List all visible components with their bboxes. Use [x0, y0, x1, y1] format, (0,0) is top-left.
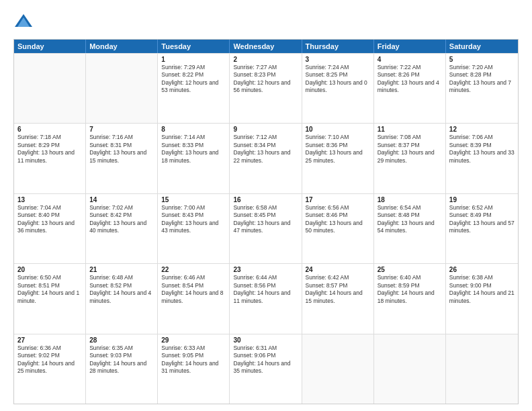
sunset-text: Sunset: 8:42 PM: [89, 212, 154, 219]
header: [13, 12, 519, 32]
sunrise-text: Sunrise: 7:20 AM: [449, 64, 515, 71]
day-number: 26: [449, 266, 515, 273]
empty-cell: [374, 334, 446, 404]
sunset-text: Sunset: 8:29 PM: [17, 142, 82, 149]
daylight-text: Daylight: 13 hours and 43 minutes.: [161, 220, 226, 235]
header-day-sunday: Sunday: [14, 40, 86, 53]
header-day-wednesday: Wednesday: [230, 40, 302, 53]
day-cell-11: 11Sunrise: 7:08 AMSunset: 8:37 PMDayligh…: [374, 124, 446, 193]
day-number: 28: [89, 336, 154, 344]
day-cell-19: 19Sunrise: 6:52 AMSunset: 8:49 PMDayligh…: [446, 194, 518, 263]
sunrise-text: Sunrise: 6:56 AM: [306, 204, 370, 212]
sunset-text: Sunset: 9:06 PM: [233, 352, 298, 359]
day-number: 25: [378, 266, 442, 273]
daylight-text: Daylight: 14 hours and 31 minutes.: [161, 360, 226, 375]
daylight-text: Daylight: 13 hours and 29 minutes.: [378, 149, 442, 165]
daylight-text: Daylight: 13 hours and 11 minutes.: [17, 149, 82, 165]
sunrise-text: Sunrise: 6:40 AM: [378, 274, 442, 281]
sunset-text: Sunset: 8:39 PM: [449, 142, 515, 149]
day-cell-30: 30Sunrise: 6:31 AMSunset: 9:06 PMDayligh…: [230, 334, 302, 404]
day-cell-7: 7Sunrise: 7:16 AMSunset: 8:31 PMDaylight…: [86, 124, 158, 193]
logo-icon: [13, 12, 34, 32]
sunrise-text: Sunrise: 6:52 AM: [449, 204, 515, 212]
day-number: 16: [233, 196, 298, 203]
day-cell-26: 26Sunrise: 6:38 AMSunset: 9:00 PMDayligh…: [446, 264, 518, 333]
sunrise-text: Sunrise: 7:24 AM: [306, 64, 370, 71]
sunrise-text: Sunrise: 6:50 AM: [17, 274, 82, 281]
header-day-monday: Monday: [86, 40, 158, 53]
daylight-text: Daylight: 13 hours and 40 minutes.: [89, 220, 154, 235]
daylight-text: Daylight: 13 hours and 4 minutes.: [378, 79, 442, 95]
sunrise-text: Sunrise: 7:10 AM: [306, 134, 370, 141]
sunset-text: Sunset: 8:26 PM: [378, 71, 442, 79]
daylight-text: Daylight: 14 hours and 21 minutes.: [449, 289, 515, 305]
sunset-text: Sunset: 8:46 PM: [306, 212, 370, 219]
header-day-saturday: Saturday: [446, 40, 518, 53]
sunrise-text: Sunrise: 6:35 AM: [89, 345, 154, 352]
sunset-text: Sunset: 9:05 PM: [161, 352, 226, 359]
week-row-4: 20Sunrise: 6:50 AMSunset: 8:51 PMDayligh…: [14, 263, 518, 333]
sunrise-text: Sunrise: 7:02 AM: [89, 204, 154, 212]
day-cell-2: 2Sunrise: 7:27 AMSunset: 8:23 PMDaylight…: [230, 54, 302, 123]
calendar: SundayMondayTuesdayWednesdayThursdayFrid…: [13, 39, 519, 404]
sunrise-text: Sunrise: 6:33 AM: [161, 345, 226, 352]
day-number: 9: [233, 126, 298, 133]
header-day-thursday: Thursday: [302, 40, 374, 53]
day-number: 12: [449, 126, 515, 133]
sunset-text: Sunset: 8:23 PM: [233, 71, 298, 79]
day-number: 30: [233, 336, 298, 344]
day-cell-16: 16Sunrise: 6:58 AMSunset: 8:45 PMDayligh…: [230, 194, 302, 263]
sunset-text: Sunset: 8:51 PM: [17, 282, 82, 289]
sunrise-text: Sunrise: 7:16 AM: [89, 134, 154, 141]
day-number: 24: [306, 266, 370, 273]
day-cell-15: 15Sunrise: 7:00 AMSunset: 8:43 PMDayligh…: [158, 194, 230, 263]
sunset-text: Sunset: 8:56 PM: [233, 282, 298, 289]
day-cell-4: 4Sunrise: 7:22 AMSunset: 8:26 PMDaylight…: [374, 54, 446, 123]
day-number: 2: [233, 56, 298, 63]
empty-cell: [86, 54, 158, 123]
daylight-text: Daylight: 14 hours and 8 minutes.: [161, 289, 226, 305]
day-number: 27: [17, 336, 82, 344]
sunrise-text: Sunrise: 6:38 AM: [449, 274, 515, 281]
sunrise-text: Sunrise: 7:06 AM: [449, 134, 515, 141]
day-number: 7: [89, 126, 154, 133]
sunset-text: Sunset: 8:48 PM: [378, 212, 442, 219]
day-cell-14: 14Sunrise: 7:02 AMSunset: 8:42 PMDayligh…: [86, 194, 158, 263]
day-cell-8: 8Sunrise: 7:14 AMSunset: 8:33 PMDaylight…: [158, 124, 230, 193]
day-cell-17: 17Sunrise: 6:56 AMSunset: 8:46 PMDayligh…: [302, 194, 374, 263]
sunset-text: Sunset: 8:49 PM: [449, 212, 515, 219]
day-cell-24: 24Sunrise: 6:42 AMSunset: 8:57 PMDayligh…: [302, 264, 374, 333]
sunrise-text: Sunrise: 7:04 AM: [17, 204, 82, 212]
sunrise-text: Sunrise: 7:12 AM: [233, 134, 298, 141]
week-row-2: 6Sunrise: 7:18 AMSunset: 8:29 PMDaylight…: [14, 123, 518, 193]
day-cell-25: 25Sunrise: 6:40 AMSunset: 8:59 PMDayligh…: [374, 264, 446, 333]
daylight-text: Daylight: 13 hours and 7 minutes.: [449, 79, 515, 95]
sunset-text: Sunset: 8:40 PM: [17, 212, 82, 219]
sunrise-text: Sunrise: 7:08 AM: [378, 134, 442, 141]
day-number: 14: [89, 196, 154, 203]
day-number: 1: [161, 56, 226, 63]
sunset-text: Sunset: 8:57 PM: [306, 282, 370, 289]
day-cell-29: 29Sunrise: 6:33 AMSunset: 9:05 PMDayligh…: [158, 334, 230, 404]
sunset-text: Sunset: 8:54 PM: [161, 282, 226, 289]
sunrise-text: Sunrise: 7:22 AM: [378, 64, 442, 71]
empty-cell: [446, 334, 518, 404]
sunset-text: Sunset: 8:34 PM: [233, 142, 298, 149]
daylight-text: Daylight: 14 hours and 11 minutes.: [233, 289, 298, 305]
daylight-text: Daylight: 14 hours and 18 minutes.: [378, 289, 442, 305]
sunset-text: Sunset: 8:45 PM: [233, 212, 298, 219]
sunset-text: Sunset: 8:52 PM: [89, 282, 154, 289]
day-number: 4: [378, 56, 442, 63]
sunrise-text: Sunrise: 6:31 AM: [233, 345, 298, 352]
day-cell-1: 1Sunrise: 7:29 AMSunset: 8:22 PMDaylight…: [158, 54, 230, 123]
daylight-text: Daylight: 13 hours and 18 minutes.: [161, 149, 226, 165]
daylight-text: Daylight: 12 hours and 53 minutes.: [161, 79, 226, 95]
sunset-text: Sunset: 8:36 PM: [306, 142, 370, 149]
day-number: 15: [161, 196, 226, 203]
sunset-text: Sunset: 8:28 PM: [449, 71, 515, 79]
daylight-text: Daylight: 13 hours and 47 minutes.: [233, 220, 298, 235]
daylight-text: Daylight: 13 hours and 54 minutes.: [378, 220, 442, 235]
sunrise-text: Sunrise: 6:58 AM: [233, 204, 298, 212]
day-number: 19: [449, 196, 515, 203]
daylight-text: Daylight: 14 hours and 4 minutes.: [89, 289, 154, 305]
